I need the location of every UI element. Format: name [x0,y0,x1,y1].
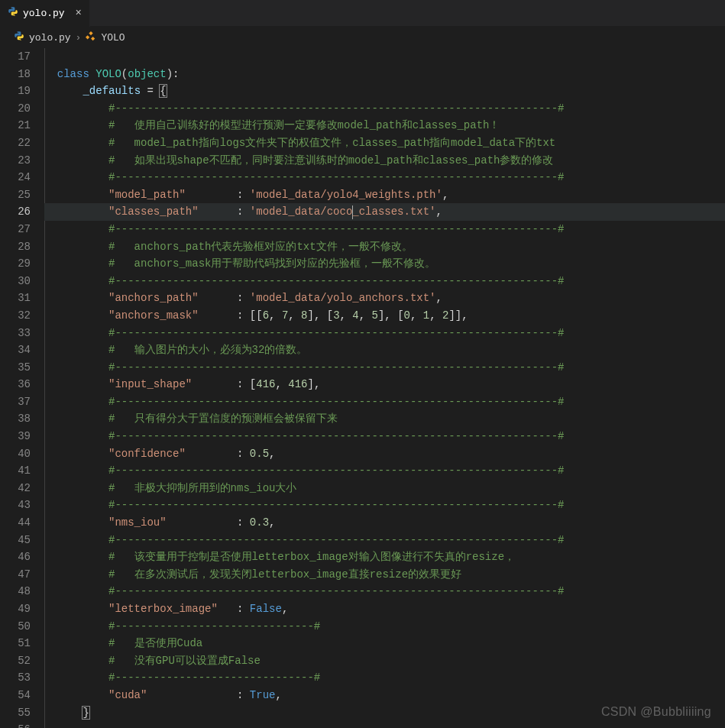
code-line: # 是否使用Cuda [44,635,725,652]
code-line: # 非极大抑制所用到的nms_iou大小 [44,480,725,497]
code-line [44,48,725,66]
line-gutter: 17181920 21222324 25262728 29303132 3334… [0,48,44,728]
code-line: # model_path指向logs文件夹下的权值文件，classes_path… [44,134,725,152]
breadcrumb-symbol[interactable]: YOLO [101,32,125,44]
code-line: #---------------------------------------… [44,462,725,480]
code-line: #---------------------------------------… [44,325,725,342]
editor[interactable]: 17181920 21222324 25262728 29303132 3334… [0,48,725,728]
tab-yolo[interactable]: yolo.py × [0,0,90,27]
class-icon [86,31,96,44]
code-area[interactable]: class YOLO(object): _defaults = { #-----… [44,48,725,728]
python-icon [14,31,24,44]
code-line: # 使用自己训练好的模型进行预测一定要修改model_path和classes_… [44,117,725,134]
code-line: "input_shape" : [416, 416], [44,376,725,393]
code-line: #---------------------------------------… [44,393,725,411]
code-line: # 只有得分大于置信度的预测框会被保留下来 [44,410,725,428]
tab-bar: yolo.py × [0,0,725,27]
code-line: "anchors_path" : 'model_data/yolo_anchor… [44,290,725,307]
code-line: #---------------------------------------… [44,100,725,118]
code-line: "classes_path" : 'model_data/coco_classe… [44,203,725,221]
breadcrumb: yolo.py › YOLO [0,27,725,48]
code-line: #---------------------------------------… [44,497,725,514]
tab-label: yolo.py [23,8,65,19]
code-line: class YOLO(object): [44,66,725,83]
code-line: # 输入图片的大小，必须为32的倍数。 [44,341,725,359]
code-line: # 如果出现shape不匹配，同时要注意训练时的model_path和class… [44,152,725,170]
code-line [44,721,725,728]
code-line: #---------------------------------------… [44,583,725,600]
code-line: "model_path" : 'model_data/yolo4_weights… [44,186,725,204]
code-line: #-------------------------------# [44,618,725,636]
code-line: "confidence" : 0.5, [44,445,725,463]
code-line: _defaults = { [44,83,725,100]
code-line: #---------------------------------------… [44,221,725,238]
code-line: # anchors_mask用于帮助代码找到对应的先验框，一般不修改。 [44,255,725,273]
code-line: "letterbox_image" : False, [44,600,725,618]
breadcrumb-file[interactable]: yolo.py [29,32,71,44]
code-line: "cuda" : True, [44,687,725,704]
code-line: #-------------------------------# [44,669,725,687]
code-line: "nms_iou" : 0.3, [44,514,725,532]
code-line: #---------------------------------------… [44,359,725,377]
code-line: #---------------------------------------… [44,273,725,290]
chevron-right-icon: › [76,32,82,44]
code-line: # 在多次测试后，发现关闭letterbox_image直接resize的效果更… [44,566,725,584]
code-line: # 没有GPU可以设置成False [44,652,725,670]
code-line: #---------------------------------------… [44,169,725,186]
code-line: # anchors_path代表先验框对应的txt文件，一般不修改。 [44,238,725,256]
code-line: #---------------------------------------… [44,532,725,549]
code-line: "anchors_mask" : [[6, 7, 8], [3, 4, 5], … [44,307,725,325]
code-line: #---------------------------------------… [44,428,725,445]
watermark: CSDN @Bubbliiiing [601,705,711,719]
code-line: # 该变量用于控制是否使用letterbox_image对输入图像进行不失真的r… [44,548,725,566]
python-icon [8,6,18,20]
close-icon[interactable]: × [76,7,82,19]
